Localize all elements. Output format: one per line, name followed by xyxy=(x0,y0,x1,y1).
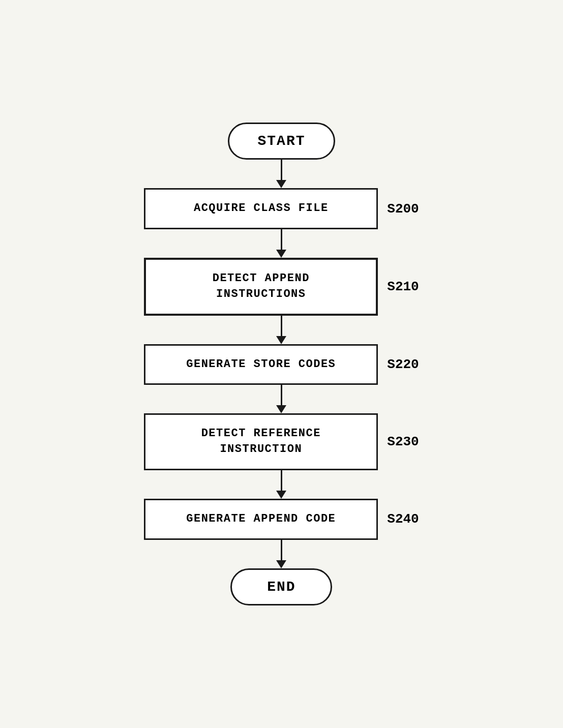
step-s230-label: S230 xyxy=(387,434,419,449)
step-s240-row: GENERATE APPEND CODE S240 xyxy=(144,499,419,540)
connector-4 xyxy=(276,385,286,413)
connector-2 xyxy=(276,229,286,258)
step-s200-row: ACQUIRE CLASS FILE S200 xyxy=(144,188,419,229)
step-s220-box: GENERATE STORE CODES xyxy=(144,344,378,385)
step-s200-box: ACQUIRE CLASS FILE xyxy=(144,188,378,229)
step-s210-box: DETECT APPEND INSTRUCTIONS xyxy=(144,258,378,316)
flowchart: START ACQUIRE CLASS FILE S200 DETECT APP… xyxy=(144,92,419,636)
step-s220-row: GENERATE STORE CODES S220 xyxy=(144,344,419,385)
step-s240-box: GENERATE APPEND CODE xyxy=(144,499,378,540)
step-s230-row: DETECT REFERENCE INSTRUCTION S230 xyxy=(144,413,419,470)
connector-5 xyxy=(276,470,286,499)
step-s200-label: S200 xyxy=(387,201,419,217)
connector-6 xyxy=(276,540,286,568)
step-s230-box: DETECT REFERENCE INSTRUCTION xyxy=(144,413,378,470)
step-s210-row: DETECT APPEND INSTRUCTIONS S210 xyxy=(144,258,419,316)
connector-1 xyxy=(276,160,286,188)
connector-3 xyxy=(276,316,286,344)
start-node: START xyxy=(228,123,335,160)
end-node: END xyxy=(230,568,332,605)
step-s220-label: S220 xyxy=(387,357,419,372)
step-s240-label: S240 xyxy=(387,511,419,527)
step-s210-label: S210 xyxy=(387,279,419,294)
